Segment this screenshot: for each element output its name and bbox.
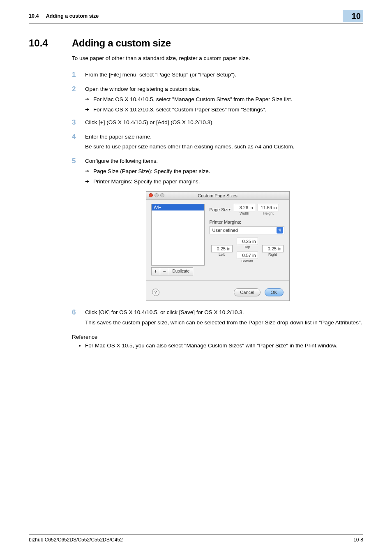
list-item[interactable]: A4+ xyxy=(152,204,204,210)
step-text: From the [File] menu, select "Page Setup… xyxy=(85,71,363,79)
margin-right-input[interactable]: 0.25 in xyxy=(262,245,284,252)
close-icon[interactable] xyxy=(149,193,153,197)
step-number: 4 xyxy=(72,133,85,153)
step-number: 6 xyxy=(72,308,85,329)
margin-bottom-label: Bottom xyxy=(237,259,258,263)
minimize-icon[interactable] xyxy=(154,193,159,197)
step-text: Enter the paper size name. xyxy=(85,133,363,141)
step: 3 Click [+] (OS X 10.4/10.5) or [Add] (O… xyxy=(72,118,363,129)
step-sub: For Mac OS X 10.4/10.5, select "Manage C… xyxy=(85,95,363,104)
cancel-button[interactable]: Cancel xyxy=(234,288,260,296)
dialog-titlebar: Custom Page Sizes xyxy=(146,192,289,200)
margin-right-label: Right xyxy=(262,252,284,257)
step-text: Configure the following items. xyxy=(85,157,363,166)
step: 5 Configure the following items. Page Si… xyxy=(72,157,363,186)
step-sub: Page Size (Paper Size): Specify the pape… xyxy=(85,167,363,176)
step: 4 Enter the paper size name. Be sure to … xyxy=(72,133,363,153)
page-title: Adding a custom size xyxy=(72,37,363,49)
header-section-number: 10.4 xyxy=(29,13,39,19)
zoom-icon[interactable] xyxy=(160,193,164,197)
heading-number: 10.4 xyxy=(29,37,72,49)
divider xyxy=(146,280,289,281)
step-number: 2 xyxy=(72,85,85,114)
height-input[interactable]: 11.69 in xyxy=(258,204,279,211)
custom-page-sizes-dialog: Custom Page Sizes A4+ Page Size: xyxy=(146,191,290,301)
header-section-title: Adding a custom size xyxy=(46,13,99,19)
step: 1 From the [File] menu, select "Page Set… xyxy=(72,71,363,81)
running-header: 10.4 Adding a custom size xyxy=(29,13,99,19)
duplicate-button[interactable]: Duplicate xyxy=(169,267,194,275)
margin-top-label: Top xyxy=(237,245,258,249)
step-sub: Printer Margins: Specify the paper margi… xyxy=(85,178,363,186)
ok-button[interactable]: OK xyxy=(265,288,284,296)
step: 2 Open the window for registering a cust… xyxy=(72,85,363,114)
reference-section: Reference For Mac OS X 10.5, you can als… xyxy=(72,334,363,350)
margins-dropdown-value: User defined xyxy=(212,228,238,233)
width-input[interactable]: 8.26 in xyxy=(234,204,255,211)
help-icon[interactable]: ? xyxy=(152,289,159,296)
step-number: 1 xyxy=(72,71,85,81)
step: 6 Click [OK] for OS X 10.4/10.5, or clic… xyxy=(72,308,363,329)
margin-left-input[interactable]: 0.25 in xyxy=(211,245,233,252)
add-button[interactable]: + xyxy=(151,267,160,275)
dialog-title: Custom Page Sizes xyxy=(198,193,238,198)
step-number: 5 xyxy=(72,157,85,186)
width-label: Width xyxy=(234,211,255,215)
margin-bottom-input[interactable]: 0.57 in xyxy=(237,252,258,259)
step-text: This saves the custom paper size, which … xyxy=(85,319,363,327)
step-text: Open the window for registering a custom… xyxy=(85,85,363,94)
step-sub: For Mac OS X 10.2/10.3, select "Custom P… xyxy=(85,106,363,114)
footer-left: bizhub C652/C652DS/C552/C552DS/C452 xyxy=(29,537,123,543)
printer-margins-label: Printer Margins: xyxy=(210,220,284,224)
footer-right: 10-8 xyxy=(353,537,363,543)
reference-heading: Reference xyxy=(72,334,363,340)
page-size-label: Page Size: xyxy=(210,207,231,212)
step-text: Click [OK] for OS X 10.4/10.5, or click … xyxy=(85,308,363,317)
remove-button[interactable]: − xyxy=(160,267,169,275)
height-label: Height xyxy=(258,211,279,215)
intro-text: To use paper of other than a standard si… xyxy=(72,55,363,62)
margins-dropdown[interactable]: User defined ⇅ xyxy=(210,226,284,234)
step-number: 3 xyxy=(72,118,85,129)
size-list[interactable]: A4+ xyxy=(151,204,205,266)
step-text: Click [+] (OS X 10.4/10.5) or [Add] (OS … xyxy=(85,118,363,127)
chevron-updown-icon: ⇅ xyxy=(277,227,283,234)
reference-bullet: For Mac OS X 10.5, you can also select "… xyxy=(85,342,363,350)
step-text: Be sure to use paper size names other th… xyxy=(85,143,363,151)
margin-top-input[interactable]: 0.25 in xyxy=(237,238,258,245)
margin-left-label: Left xyxy=(211,252,233,257)
chapter-badge: 10 xyxy=(343,10,363,22)
